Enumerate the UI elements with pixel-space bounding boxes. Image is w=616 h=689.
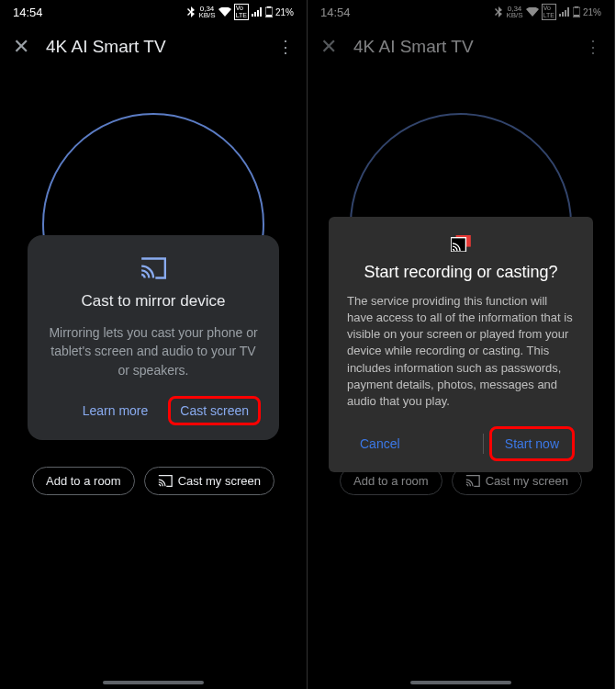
dialog-title: Start recording or casting?: [347, 263, 575, 282]
signal-icon: [252, 7, 263, 17]
gesture-bar[interactable]: [410, 681, 511, 684]
status-icons: 0,34 KB/S VoLTE 21%: [186, 4, 294, 19]
dialog-scrim[interactable]: Start recording or casting? The service …: [308, 0, 614, 689]
more-icon[interactable]: ⋮: [277, 37, 294, 57]
gesture-bar[interactable]: [103, 681, 204, 684]
volte-icon: VoLTE: [234, 4, 249, 19]
cast-record-icon: [347, 235, 575, 252]
wifi-icon: [218, 7, 231, 17]
card-title: Cast to mirror device: [46, 292, 261, 311]
dialog-body: The service providing this function will…: [347, 293, 575, 410]
battery-percent: 21%: [275, 7, 294, 17]
cast-screen-button[interactable]: Cast screen: [168, 396, 261, 425]
cast-icon: [158, 475, 173, 487]
cast-info-card: Cast to mirror device Mirroring lets you…: [28, 235, 279, 440]
bluetooth-icon: [186, 6, 196, 17]
confirm-dialog: Start recording or casting? The service …: [329, 217, 593, 472]
divider: [483, 434, 484, 454]
card-body: Mirroring lets you cast your phone or ta…: [46, 323, 261, 379]
phone-screen-right: 14:54 0,34 KB/S VoLTE 21% ✕ 4K AI Smart …: [308, 0, 615, 689]
svg-rect-1: [267, 6, 271, 8]
svg-rect-2: [266, 15, 272, 17]
cancel-button[interactable]: Cancel: [347, 429, 413, 458]
status-bar: 14:54 0,34 KB/S VoLTE 21%: [0, 0, 307, 24]
learn-more-button[interactable]: Learn more: [72, 396, 160, 425]
status-time: 14:54: [13, 6, 43, 19]
page-title: 4K AI Smart TV: [46, 37, 261, 57]
close-icon[interactable]: ✕: [13, 37, 29, 57]
network-speed: 0,34 KB/S: [198, 6, 215, 18]
cast-my-screen-chip[interactable]: Cast my screen: [144, 467, 274, 495]
phone-screen-left: 14:54 0,34 KB/S VoLTE 21% ✕ 4K AI Smart …: [0, 0, 308, 689]
battery-icon: [265, 6, 273, 17]
cast-icon: [46, 257, 261, 279]
app-header: ✕ 4K AI Smart TV ⋮: [0, 24, 307, 70]
chip-row: Add to a room Cast my screen: [0, 467, 307, 495]
start-now-button[interactable]: Start now: [489, 426, 575, 461]
add-to-room-chip[interactable]: Add to a room: [32, 467, 135, 495]
